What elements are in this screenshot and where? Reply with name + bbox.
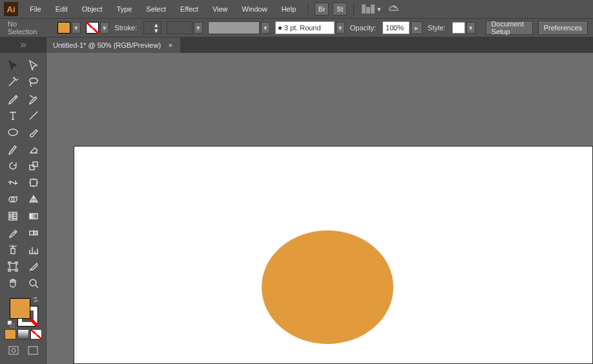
- profile-icon: [278, 26, 282, 30]
- artboard-tool[interactable]: [3, 258, 23, 275]
- rotate-tool[interactable]: [3, 157, 23, 174]
- brush-dropdown[interactable]: ▾: [194, 22, 203, 34]
- magic-wand-tool[interactable]: [3, 74, 23, 90]
- graphic-style-swatch[interactable]: [452, 22, 465, 34]
- chevron-down-icon: ▾: [74, 24, 78, 32]
- drawing-mode-button[interactable]: [5, 343, 22, 358]
- menu-object[interactable]: Object: [76, 3, 109, 15]
- chevron-down-icon: ▾: [338, 24, 342, 32]
- brush-picker[interactable]: [167, 21, 192, 34]
- line-tool[interactable]: [23, 107, 44, 124]
- svg-rect-7: [30, 214, 37, 219]
- slice-tool[interactable]: [23, 258, 44, 275]
- menu-bar: Ai File Edit Object Type Select Effect V…: [0, 0, 593, 18]
- workspace-switcher[interactable]: ▾: [362, 5, 381, 14]
- eyedropper-tool[interactable]: [3, 225, 23, 241]
- fill-dropdown[interactable]: ▾: [72, 22, 81, 34]
- brush-def-dropdown[interactable]: ▾: [261, 22, 270, 34]
- hand-tool[interactable]: [3, 275, 23, 292]
- chevron-right-icon: ▸: [415, 24, 419, 32]
- tab-title: Untitled-1* @ 50% (RGB/Preview): [53, 41, 161, 49]
- width-tool[interactable]: [3, 174, 23, 191]
- graphic-style-dropdown[interactable]: ▾: [466, 22, 475, 34]
- fill-color-box[interactable]: [10, 298, 30, 319]
- sync-icon[interactable]: [388, 3, 401, 15]
- menu-window[interactable]: Window: [236, 3, 274, 15]
- svg-rect-8: [30, 231, 34, 235]
- chevron-down-icon: ▾: [377, 5, 381, 14]
- shape-builder-tool[interactable]: [3, 191, 23, 208]
- artboard[interactable]: [74, 146, 593, 364]
- zoom-tool[interactable]: [23, 275, 44, 292]
- blend-tool[interactable]: [23, 225, 44, 241]
- lasso-tool[interactable]: [23, 74, 44, 90]
- ellipse-tool[interactable]: [3, 124, 23, 141]
- perspective-grid-tool[interactable]: [23, 191, 44, 208]
- gradient-mode-button[interactable]: [17, 329, 29, 339]
- svg-point-0: [8, 129, 17, 136]
- paintbrush-tool[interactable]: [23, 124, 44, 141]
- opacity-dropdown[interactable]: ▸: [411, 21, 422, 34]
- mesh-tool[interactable]: [3, 208, 23, 225]
- opacity-input[interactable]: 100%: [382, 21, 410, 34]
- symbol-sprayer-tool[interactable]: [3, 241, 23, 258]
- tools-panel: [0, 53, 47, 364]
- stroke-weight-input[interactable]: ▴▾: [143, 21, 161, 34]
- svg-rect-9: [34, 231, 37, 235]
- fill-stroke-indicator: [7, 296, 39, 328]
- document-setup-button[interactable]: Document Setup: [486, 21, 533, 35]
- bridge-button[interactable]: Br: [315, 3, 329, 15]
- free-transform-tool[interactable]: [23, 174, 44, 191]
- stroke-dropdown[interactable]: ▾: [100, 22, 109, 34]
- svg-rect-2: [33, 162, 37, 167]
- selection-tool[interactable]: [3, 57, 23, 74]
- variable-width-profile[interactable]: 3 pt. Round: [275, 21, 335, 34]
- opacity-label: Opacity:: [350, 24, 376, 32]
- screen-mode-button[interactable]: [25, 343, 41, 358]
- type-tool[interactable]: [3, 107, 23, 124]
- separator: [307, 3, 308, 15]
- gradient-tool[interactable]: [23, 208, 44, 225]
- fill-swatch[interactable]: [57, 22, 70, 34]
- menu-file[interactable]: File: [23, 3, 48, 15]
- color-mode-row: [5, 329, 42, 339]
- chevron-down-icon: ▾: [469, 24, 473, 32]
- profile-dropdown[interactable]: ▾: [336, 22, 345, 34]
- scale-tool[interactable]: [23, 157, 44, 174]
- stroke-swatch[interactable]: [86, 22, 99, 34]
- none-mode-button[interactable]: [30, 329, 42, 339]
- menu-select[interactable]: Select: [140, 3, 172, 15]
- menu-help[interactable]: Help: [275, 3, 303, 15]
- pen-tool[interactable]: [3, 90, 23, 107]
- svg-rect-13: [8, 321, 12, 325]
- direct-selection-tool[interactable]: [23, 57, 44, 74]
- style-label: Style:: [428, 24, 446, 32]
- pencil-tool[interactable]: [3, 141, 23, 157]
- tools-header[interactable]: [0, 37, 47, 53]
- default-fill-stroke-button[interactable]: [7, 320, 15, 328]
- menu-view[interactable]: View: [206, 3, 234, 15]
- workspace-icon: [362, 5, 375, 14]
- ellipse-shape[interactable]: [262, 230, 393, 344]
- curvature-tool[interactable]: [23, 90, 44, 107]
- preferences-button[interactable]: Preferences: [538, 21, 588, 35]
- stock-button[interactable]: St: [333, 3, 347, 15]
- svg-rect-1: [30, 165, 34, 170]
- color-mode-button[interactable]: [5, 329, 16, 339]
- eraser-tool[interactable]: [23, 141, 44, 157]
- profile-value: 3 pt. Round: [284, 24, 321, 32]
- brush-definition[interactable]: [208, 21, 260, 34]
- menu-effect[interactable]: Effect: [174, 3, 205, 15]
- selection-status: No Selection: [5, 20, 39, 35]
- svg-point-16: [12, 349, 16, 352]
- document-tab[interactable]: Untitled-1* @ 50% (RGB/Preview) ×: [47, 37, 180, 53]
- column-graph-tool[interactable]: [23, 241, 44, 258]
- menu-edit[interactable]: Edit: [49, 3, 74, 15]
- swap-fill-stroke-button[interactable]: [32, 296, 39, 303]
- canvas-area[interactable]: [47, 53, 593, 364]
- svg-point-12: [30, 279, 36, 286]
- chevron-down-icon: ▾: [103, 24, 107, 32]
- menu-type[interactable]: Type: [110, 3, 139, 15]
- close-tab-button[interactable]: ×: [167, 42, 174, 48]
- svg-rect-15: [9, 347, 18, 354]
